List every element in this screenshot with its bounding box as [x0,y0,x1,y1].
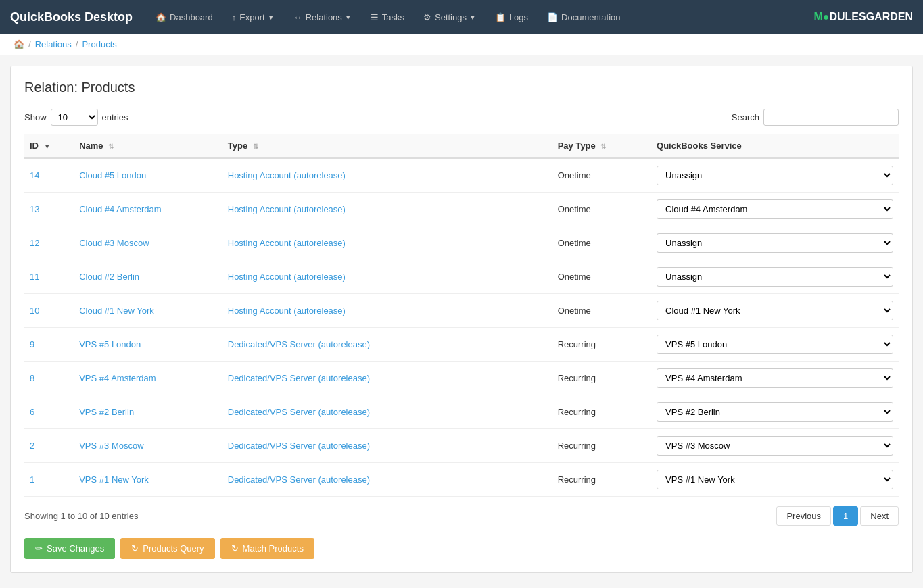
sort-name-icon: ⇅ [108,143,114,150]
breadcrumb: 🏠 / Relations / Products [0,34,923,55]
home-breadcrumb-icon[interactable]: 🏠 [14,39,24,49]
nav-relations[interactable]: ↔ Relations ▼ [284,0,361,34]
row-id-link[interactable]: 2 [30,441,34,451]
cell-paytype: Onetime [552,260,651,294]
cell-name: VPS #1 New York [74,463,222,497]
cell-id: 6 [24,395,74,429]
cell-type: Dedicated/VPS Server (autorelease) [222,429,552,463]
save-icon: ✏ [35,543,43,554]
export-caret: ▼ [268,14,275,21]
table-row: 6VPS #2 BerlinDedicated/VPS Server (auto… [24,395,899,429]
row-id-link[interactable]: 1 [30,474,34,485]
nav-logs[interactable]: 📋 Logs [486,0,538,34]
cell-type: Hosting Account (autorelease) [222,193,552,226]
qb-service-select[interactable]: UnassignCloud #5 LondonCloud #4 Amsterda… [657,199,893,219]
cell-name: Cloud #1 New York [74,294,222,328]
row-id-link[interactable]: 10 [30,305,39,316]
nav-dashboard[interactable]: 🏠 Dashboard [146,0,222,34]
cell-type: Dedicated/VPS Server (autorelease) [222,328,552,362]
main-content: Relation: Products Show 10 25 50 100 ent… [10,66,913,573]
cell-paytype: Recurring [552,429,651,463]
cell-type: Hosting Account (autorelease) [222,294,552,328]
cell-id: 14 [24,158,74,193]
save-changes-button[interactable]: ✏ Save Changes [24,538,115,559]
breadcrumb-relations[interactable]: Relations [35,39,72,49]
cell-name: VPS #5 London [74,328,222,362]
search-input[interactable] [763,109,899,126]
cell-paytype: Recurring [552,395,651,429]
cell-qbservice: UnassignVPS #5 LondonVPS #4 AmsterdamVPS… [651,362,899,395]
sort-paytype-icon: ⇅ [600,143,606,150]
row-name-link[interactable]: VPS #4 Amsterdam [79,373,156,383]
nav-documentation[interactable]: 📄 Documentation [538,0,630,34]
row-name-link[interactable]: VPS #2 Berlin [79,407,134,417]
qb-service-select[interactable]: UnassignCloud #5 LondonCloud #4 Amsterda… [657,301,893,320]
row-name-link[interactable]: Cloud #2 Berlin [79,272,139,282]
nav-export[interactable]: ↑ Export ▼ [222,0,284,34]
qb-service-select[interactable]: UnassignCloud #5 LondonCloud #4 Amsterda… [657,166,893,185]
col-header-id[interactable]: ID ▼ [24,134,74,158]
cell-qbservice: UnassignCloud #5 LondonCloud #4 Amsterda… [651,158,899,193]
row-id-link[interactable]: 13 [30,204,39,214]
col-header-type[interactable]: Type ⇅ [222,134,552,158]
row-id-link[interactable]: 8 [30,373,34,383]
nav-settings[interactable]: ⚙ Settings ▼ [414,0,486,34]
row-id-link[interactable]: 9 [30,339,34,349]
navbar: QuickBooks Desktop 🏠 Dashboard ↑ Export … [0,0,923,34]
page-1-button[interactable]: 1 [833,506,858,526]
cell-type: Hosting Account (autorelease) [222,260,552,294]
row-name-link[interactable]: VPS #1 New York [79,474,149,485]
qb-service-select[interactable]: UnassignVPS #5 LondonVPS #4 AmsterdamVPS… [657,402,893,422]
table-row: 8VPS #4 AmsterdamDedicated/VPS Server (a… [24,362,899,395]
cell-qbservice: UnassignCloud #5 LondonCloud #4 Amsterda… [651,260,899,294]
row-name-link[interactable]: VPS #3 Moscow [79,441,143,451]
export-icon: ↑ [232,12,237,22]
cell-type: Hosting Account (autorelease) [222,158,552,193]
prev-button[interactable]: Previous [776,506,831,526]
cell-id: 13 [24,193,74,226]
match-icon: ↻ [231,543,239,554]
relations-icon: ↔ [293,12,302,22]
col-header-name[interactable]: Name ⇅ [74,134,222,158]
row-id-link[interactable]: 11 [30,272,39,282]
qb-service-select[interactable]: UnassignVPS #5 LondonVPS #4 AmsterdamVPS… [657,368,893,388]
cell-type: Hosting Account (autorelease) [222,226,552,260]
qb-service-select[interactable]: UnassignVPS #5 LondonVPS #4 AmsterdamVPS… [657,335,893,354]
brand-text: QuickBooks Desktop [10,10,133,24]
qb-service-select[interactable]: UnassignVPS #5 LondonVPS #4 AmsterdamVPS… [657,436,893,456]
entries-label: entries [102,112,128,122]
cell-id: 11 [24,260,74,294]
cell-name: VPS #4 Amsterdam [74,362,222,395]
table-row: 13Cloud #4 AmsterdamHosting Account (aut… [24,193,899,226]
show-entries: Show 10 25 50 100 entries [24,109,128,126]
qb-service-select[interactable]: UnassignCloud #5 LondonCloud #4 Amsterda… [657,267,893,287]
row-name-link[interactable]: Cloud #4 Amsterdam [79,204,161,214]
next-button[interactable]: Next [860,506,899,526]
qb-service-select[interactable]: UnassignCloud #5 LondonCloud #4 Amsterda… [657,233,893,253]
entries-select[interactable]: 10 25 50 100 [51,109,98,126]
nav-tasks[interactable]: ☰ Tasks [361,0,414,34]
row-id-link[interactable]: 14 [30,170,39,180]
qb-service-select[interactable]: UnassignVPS #5 LondonVPS #4 AmsterdamVPS… [657,470,893,489]
show-label: Show [24,112,47,122]
showing-info: Showing 1 to 10 of 10 entries [24,511,138,521]
products-query-button[interactable]: ↻ Products Query [120,538,214,559]
logs-icon: 📋 [495,12,506,22]
row-name-link[interactable]: Cloud #1 New York [79,305,154,316]
breadcrumb-products[interactable]: Products [82,39,116,49]
cell-name: Cloud #5 London [74,158,222,193]
cell-name: Cloud #2 Berlin [74,260,222,294]
query-icon: ↻ [131,543,139,554]
col-header-paytype[interactable]: Pay Type ⇅ [552,134,651,158]
cell-id: 2 [24,429,74,463]
cell-name: VPS #3 Moscow [74,429,222,463]
row-id-link[interactable]: 12 [30,238,39,248]
match-products-button[interactable]: ↻ Match Products [220,538,314,559]
cell-name: Cloud #4 Amsterdam [74,193,222,226]
row-name-link[interactable]: VPS #5 London [79,339,141,349]
cell-paytype: Onetime [552,294,651,328]
row-name-link[interactable]: Cloud #3 Moscow [79,238,149,248]
row-name-link[interactable]: Cloud #5 London [79,170,146,180]
row-id-link[interactable]: 6 [30,407,34,417]
sort-type-icon: ⇅ [253,143,258,150]
